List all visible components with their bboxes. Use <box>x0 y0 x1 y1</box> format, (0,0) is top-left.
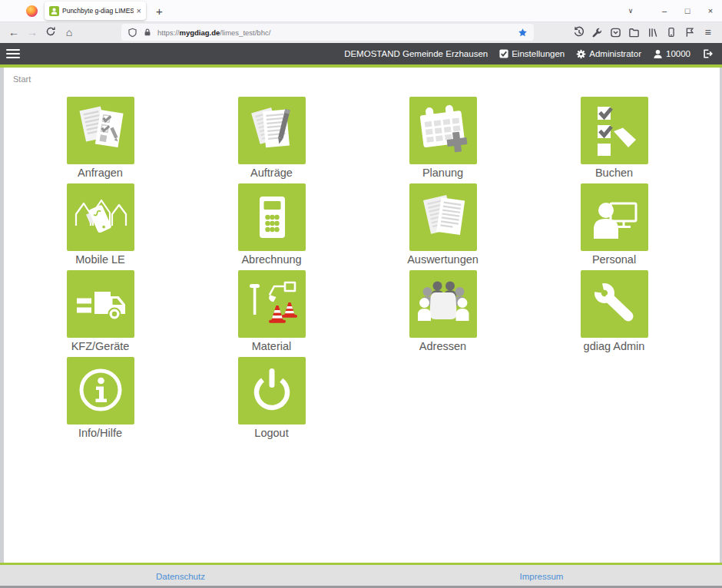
pocket-icon <box>610 27 621 38</box>
browser-tab[interactable]: Punchbyte g-diag LIMES Bauhof × <box>45 2 146 20</box>
calculator-icon <box>238 183 306 251</box>
truck-icon <box>67 270 134 338</box>
tile-label: Personal <box>592 253 636 266</box>
tile-kfz-geraete[interactable]: KFZ/Geräte <box>15 270 186 357</box>
gear-icon <box>576 49 586 59</box>
tile-logout[interactable]: Logout <box>186 357 357 444</box>
window-controls: ∨ – □ × <box>619 0 722 21</box>
url-protocol: https:// <box>157 28 180 37</box>
page-background: Start <box>0 68 722 563</box>
library-icon <box>647 27 658 38</box>
tile-anfragen[interactable]: Anfragen <box>15 97 186 183</box>
tile-personal[interactable]: Personal <box>528 183 700 270</box>
tile-label: KFZ/Geräte <box>71 340 130 353</box>
tile-label: Planung <box>422 167 463 180</box>
tile-label: Logout <box>254 427 288 440</box>
url-bar[interactable]: https://mygdiag.de/limes_test/bhc/ <box>121 24 534 41</box>
tab-strip: Punchbyte g-diag LIMES Bauhof × + ∨ – □ … <box>0 0 722 21</box>
pocket-button[interactable] <box>609 26 622 39</box>
app-header: DEMOSTAND Gemeinde Erzhausen Einstellung… <box>0 43 722 64</box>
tile-grid: Anfragen <box>4 97 720 444</box>
send-tab-button[interactable] <box>683 26 696 39</box>
url-domain: mygdiag.de <box>180 28 220 37</box>
user-number: 10000 <box>666 49 691 58</box>
tile-label: gdiag Admin <box>584 340 645 353</box>
browser-window: Punchbyte g-diag LIMES Bauhof × + ∨ – □ … <box>0 0 722 588</box>
user-menu-item[interactable]: 10000 <box>653 49 691 59</box>
minimize-button[interactable]: – <box>653 0 676 21</box>
tile-label: Anfragen <box>78 167 123 180</box>
tab-title: Punchbyte g-diag LIMES Bauhof <box>62 7 134 15</box>
tile-buchen[interactable]: Buchen <box>528 97 700 183</box>
settings-menu-item[interactable]: Einstellungen <box>499 49 565 58</box>
lock-icon[interactable] <box>143 28 152 37</box>
history-icon <box>573 26 585 38</box>
people-table-icon <box>409 270 477 338</box>
history-button[interactable] <box>572 26 585 39</box>
checklist-pen-icon <box>581 97 648 164</box>
wrench-toolbar-icon <box>591 27 603 38</box>
tile-planung[interactable]: Planung <box>357 97 528 183</box>
mobile-sync-button[interactable] <box>664 26 677 39</box>
list-tabs-chevron-icon[interactable]: ∨ <box>619 0 642 21</box>
home-button[interactable]: ⌂ <box>60 27 78 38</box>
library-button[interactable] <box>646 26 659 39</box>
settings-label: Einstellungen <box>512 49 565 58</box>
documents-pencil-icon <box>238 97 306 164</box>
excavator-cones-icon <box>238 270 306 338</box>
new-tab-button[interactable]: + <box>156 5 163 18</box>
browser-toolbar: ← → ⌂ https://mygdiag.de/limes_test/bhc/ <box>0 21 722 43</box>
bookmark-star-icon[interactable] <box>518 28 528 38</box>
reload-button[interactable] <box>41 26 60 38</box>
tile-adressen[interactable]: Adressen <box>357 270 528 357</box>
firefox-logo-icon <box>26 5 38 17</box>
documents-checklist-icon <box>67 97 134 164</box>
imprint-link[interactable]: Impressum <box>520 572 564 581</box>
tile-label: Adressen <box>419 340 466 353</box>
checkbox-icon <box>499 49 508 58</box>
logout-button[interactable] <box>702 48 713 59</box>
folder-icon <box>628 27 640 38</box>
reload-icon <box>45 26 56 37</box>
administrator-label: Administrator <box>589 49 641 58</box>
menu-hamburger-icon[interactable] <box>6 49 20 59</box>
tracking-protection-shield-icon[interactable] <box>128 28 137 38</box>
tile-auftraege[interactable]: Aufträge <box>186 97 357 183</box>
menu-button[interactable]: ≡ <box>701 26 714 39</box>
logout-icon <box>702 48 713 59</box>
maximize-button[interactable]: □ <box>676 0 699 21</box>
toolbar-icon-group: ≡ <box>572 26 717 39</box>
tile-info-hilfe[interactable]: Info/Hilfe <box>15 357 186 444</box>
report-documents-icon <box>409 183 477 251</box>
tile-label: Abrechnung <box>241 253 301 266</box>
administrator-menu-item[interactable]: Administrator <box>576 49 641 59</box>
content-area: Start <box>4 68 720 563</box>
tile-material[interactable]: Material <box>186 270 357 357</box>
tenant-name: DEMOSTAND Gemeinde Erzhausen <box>344 49 488 58</box>
tile-label: Mobile LE <box>75 253 124 266</box>
tile-label: Aufträge <box>250 167 293 180</box>
tile-abrechnung[interactable]: Abrechnung <box>186 183 357 270</box>
gdiag-favicon-icon <box>49 6 59 16</box>
tile-mobile-le[interactable]: Mobile LE <box>15 183 186 270</box>
tile-auswertungen[interactable]: Auswertungen <box>357 183 528 270</box>
info-icon <box>67 357 134 424</box>
downloads-button[interactable] <box>628 26 641 39</box>
tile-label: Buchen <box>595 167 633 180</box>
tab-close-icon[interactable]: × <box>137 7 141 15</box>
privacy-link[interactable]: Datenschutz <box>156 572 205 581</box>
developer-tools-button[interactable] <box>591 26 604 39</box>
person-monitor-icon <box>581 183 648 251</box>
power-icon <box>238 357 306 424</box>
forward-button[interactable]: → <box>23 27 41 38</box>
url-path: /limes_test/bhc/ <box>220 28 270 37</box>
wrench-icon <box>581 270 648 338</box>
tile-gdiag-admin[interactable]: gdiag Admin <box>528 270 700 357</box>
tile-label: Material <box>252 340 292 353</box>
town-smartphone-icon <box>67 183 134 251</box>
calendar-plus-icon <box>409 97 477 164</box>
app-header-right: DEMOSTAND Gemeinde Erzhausen Einstellung… <box>344 48 713 59</box>
back-button[interactable]: ← <box>5 27 23 38</box>
tile-label: Auswertungen <box>407 253 479 266</box>
close-window-button[interactable]: × <box>699 0 722 21</box>
